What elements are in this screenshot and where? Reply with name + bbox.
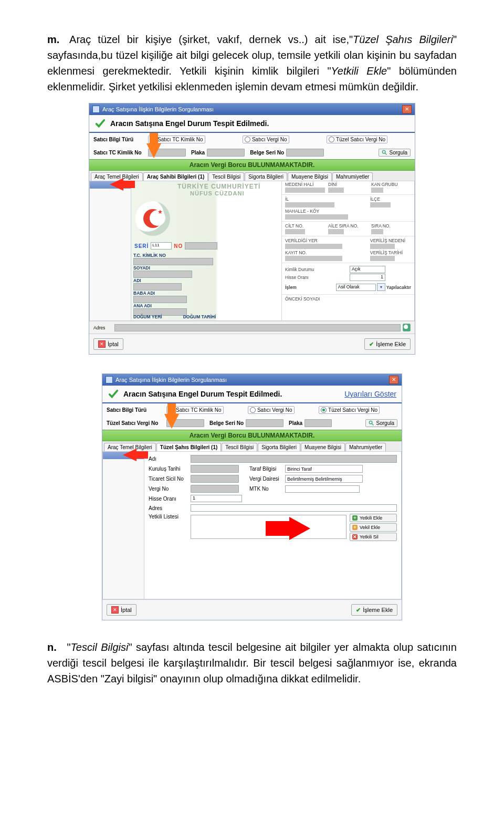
- nufus-h1: TÜRKİYE CUMHURİYETİ: [177, 183, 260, 190]
- status-bar-2: Aracın Satışına Engel Durum Tespit Edilm…: [102, 386, 402, 402]
- crescent-emblem: ★: [135, 201, 170, 236]
- select-islem[interactable]: Asil Olarak: [336, 284, 376, 291]
- tabs-1: Araç Temel Bilgileri Araç Sahibi Bilgile…: [89, 171, 415, 181]
- input-kurulus[interactable]: [191, 465, 239, 473]
- plus-icon: +: [352, 515, 358, 521]
- input-plaka-2[interactable]: [304, 419, 332, 427]
- tab-tescil[interactable]: Tescil Bilgisi: [208, 172, 244, 181]
- red-arrow-left-1: [110, 178, 123, 191]
- sorgula-button-2[interactable]: Sorgula: [365, 419, 397, 427]
- lbl-satici-bilgi-turu: Satıcı Bilgi Türü: [93, 137, 146, 142]
- lbl-no: NO: [174, 243, 183, 249]
- input-no[interactable]: [185, 242, 217, 250]
- detail-pane: Adı Kuruluş Tarihi Taraf BilgisiBirinci …: [144, 452, 401, 546]
- titlebar-2: Araç Satışına İlişkin Bilgilerin Sorgula…: [102, 374, 402, 386]
- tab-sigorta[interactable]: Sigorta Bilgileri: [245, 172, 287, 181]
- close-icon[interactable]: ✕: [402, 105, 412, 113]
- close-icon[interactable]: ✕: [389, 376, 398, 384]
- tab-muayene-2[interactable]: Muayene Bilgisi: [301, 443, 345, 451]
- lbl-satici-tc: Satıcı TC Kimlik No: [93, 150, 146, 155]
- chevron-down-icon[interactable]: ▾: [377, 283, 385, 291]
- input-adres[interactable]: [114, 324, 401, 331]
- green-band: Aracın Vergi Borcu BULUNMAMAKTADIR.: [89, 159, 415, 171]
- marker-n: n.: [47, 639, 63, 655]
- footer-2: ✕İptal ✔İşleme Ekle: [102, 599, 402, 620]
- check-icon: [94, 118, 106, 129]
- lbl-adi: ADI: [133, 278, 141, 283]
- yetkili-sil-button[interactable]: ✕Yetkili Sil: [350, 533, 397, 541]
- status-text-2: Aracın Satışına Engel Durum Tespit Edilm…: [123, 390, 282, 398]
- iptal-button-2[interactable]: ✕İptal: [107, 604, 136, 616]
- x-icon: ✕: [352, 534, 358, 539]
- orange-arrow-down: [146, 143, 161, 158]
- big-red-arrow: [289, 517, 310, 540]
- tab-muayene[interactable]: Muayene Bilgisi: [288, 172, 332, 181]
- isleme-ekle-button[interactable]: ✔İşleme Ekle: [364, 338, 411, 350]
- window-title-2: Araç Satışına İlişkin Bilgilerin Sorgula…: [116, 377, 227, 383]
- para-m: m. Araç tüzel bir kişiye (şirket, vakıf,…: [47, 32, 457, 95]
- input-vergino[interactable]: [191, 485, 239, 493]
- plus-icon: +: [352, 525, 358, 530]
- svg-point-2: [369, 421, 372, 424]
- tab-mahrumiyet[interactable]: Mahrumiyetler: [332, 172, 373, 181]
- radio-vergi[interactable]: Satıcı Vergi No: [243, 136, 289, 143]
- para-n: n. "Tescil Bilgisi" sayfası altında tesc…: [47, 639, 457, 687]
- check-icon: ✔: [369, 341, 374, 348]
- tabs-2: Araç Temel Bilgileri Tüzel Şahıs Bilgile…: [102, 441, 402, 451]
- orange-arrow-down-2: [164, 414, 179, 429]
- val-hisse[interactable]: 1: [350, 274, 385, 281]
- lbl-ana: ANA ADI: [133, 303, 152, 308]
- tab-tuzel-sahis[interactable]: Tüzel Şahıs Bilgileri (1): [156, 443, 221, 451]
- id-right-col: MEDENİ HALİDİNİKAN GRUBU İLİLÇE MAHALLE …: [281, 181, 414, 320]
- window-title: Araç Satışına İlişkin Bilgilerin Sorgula…: [102, 106, 214, 112]
- screenshot-2: Araç Satışına İlişkin Bilgilerin Sorgula…: [102, 373, 402, 620]
- radio-tuzel-2[interactable]: Tüzel Satıcı Vergi No: [319, 406, 380, 414]
- content-1: TÜRKİYE CUMHURİYETİ NÜFUS CÜZDANI ★ SERİ…: [89, 181, 415, 321]
- input-belge-seri[interactable]: [286, 149, 324, 157]
- close-icon: ✕: [98, 340, 106, 348]
- val-tc: [133, 258, 213, 265]
- tab-tescil-2[interactable]: Tescil Bilgisi: [222, 443, 257, 451]
- radio-tuzel[interactable]: Tüzel Satıcı Vergi No: [327, 136, 387, 143]
- val-adi: [133, 283, 182, 290]
- green-band-2: Aracın Vergi Borcu BULUNMAMAKTADIR.: [102, 430, 402, 441]
- lbl-seri: SERİ: [134, 243, 149, 249]
- input-hisse[interactable]: 1: [191, 495, 242, 502]
- svg-line-3: [372, 423, 373, 425]
- search-adres-icon[interactable]: [403, 324, 411, 331]
- isleme-ekle-button-2[interactable]: ✔İşleme Ekle: [351, 604, 397, 616]
- app-icon: [92, 106, 100, 113]
- input-belge-seri-2[interactable]: [246, 419, 284, 427]
- input-ticaret[interactable]: [191, 475, 239, 483]
- status-text: Aracın Satışına Engel Durum Tespit Edilm…: [110, 119, 269, 128]
- close-icon: ✕: [111, 606, 119, 614]
- input-plaka[interactable]: [207, 149, 245, 157]
- footer-1: ✕İptal ✔İşleme Ekle: [89, 334, 415, 354]
- input-seri[interactable]: L11: [151, 242, 172, 250]
- radio-vergi-2[interactable]: Satıcı Vergi No: [248, 406, 295, 414]
- svg-line-1: [385, 153, 386, 154]
- iptal-button[interactable]: ✕İptal: [93, 338, 123, 350]
- tab-mahrumiyet-2[interactable]: Mahrumiyetler: [345, 443, 386, 451]
- titlebar-1: Araç Satışına İlişkin Bilgilerin Sorgula…: [89, 103, 415, 115]
- uyari-link[interactable]: Uyarıları Göster: [344, 390, 396, 398]
- lbl-baba: BABA ADI: [133, 290, 155, 296]
- input-mtk[interactable]: [285, 485, 360, 493]
- lbl-tuzel-vergi: Tüzel Satıcı Vergi No: [107, 420, 164, 426]
- vekil-ekle-button[interactable]: +Vekil Ekle: [350, 523, 397, 532]
- magnify-icon: [369, 420, 374, 426]
- val-vergidaire: Belirtilmemiş Belirtilmemiş: [285, 475, 363, 483]
- tab-arac-sahibi[interactable]: Araç Sahibi Bilgileri (1): [143, 172, 208, 181]
- nufus-h2: NÜFUS CÜZDANI: [190, 190, 244, 196]
- input-adres-2[interactable]: [191, 504, 397, 512]
- lbl-belge-seri: Belge Seri No: [250, 150, 284, 155]
- row-query: Satıcı TC Kimlik No Plaka Belge Seri No …: [89, 146, 415, 159]
- svg-point-0: [382, 150, 385, 153]
- input-adi[interactable]: [191, 455, 397, 463]
- row-query-2: Tüzel Satıcı Vergi No Belge Seri No Plak…: [102, 417, 402, 430]
- tab-sigorta-2[interactable]: Sigorta Bilgileri: [258, 443, 300, 451]
- yetkili-ekle-button[interactable]: +Yetkili Ekle: [350, 514, 397, 522]
- nufus-cuzdani: TÜRKİYE CUMHURİYETİ NÜFUS CÜZDANI ★ SERİ…: [131, 181, 414, 320]
- val-taraf: Birinci Taraf: [285, 465, 363, 473]
- sorgula-button[interactable]: Sorgula: [379, 149, 411, 157]
